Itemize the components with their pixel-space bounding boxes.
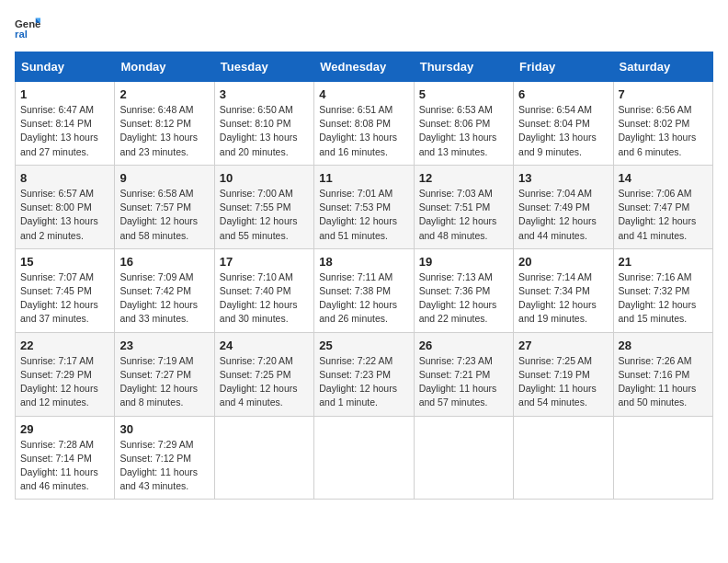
calendar-cell: 22Sunrise: 7:17 AM Sunset: 7:29 PM Dayli… [16,332,115,416]
day-info: Sunrise: 6:57 AM Sunset: 8:00 PM Dayligh… [20,187,109,243]
calendar-cell: 16Sunrise: 7:09 AM Sunset: 7:42 PM Dayli… [115,248,214,332]
day-number: 1 [20,87,109,101]
day-info: Sunrise: 6:48 AM Sunset: 8:12 PM Dayligh… [119,103,209,159]
col-header-wednesday: Wednesday [314,52,414,82]
week-row-5: 29Sunrise: 7:28 AM Sunset: 7:14 PM Dayli… [16,416,713,500]
day-number: 26 [419,339,508,352]
day-number: 27 [518,339,608,352]
day-number: 16 [119,255,209,269]
day-info: Sunrise: 7:06 AM Sunset: 7:47 PM Dayligh… [619,187,708,243]
day-info: Sunrise: 6:53 AM Sunset: 8:06 PM Dayligh… [419,103,508,159]
calendar-cell [314,416,414,500]
week-row-3: 15Sunrise: 7:07 AM Sunset: 7:45 PM Dayli… [16,248,713,332]
day-info: Sunrise: 6:47 AM Sunset: 8:14 PM Dayligh… [20,103,109,159]
day-number: 3 [220,87,309,101]
day-info: Sunrise: 7:09 AM Sunset: 7:42 PM Dayligh… [119,270,209,327]
calendar-cell: 13Sunrise: 7:04 AM Sunset: 7:49 PM Dayli… [514,165,613,248]
calendar-cell: 18Sunrise: 7:11 AM Sunset: 7:38 PM Dayli… [314,248,414,332]
calendar-table: SundayMondayTuesdayWednesdayThursdayFrid… [15,52,713,500]
day-info: Sunrise: 7:25 AM Sunset: 7:19 PM Dayligh… [518,354,608,410]
day-number: 10 [220,171,309,185]
day-info: Sunrise: 7:17 AM Sunset: 7:29 PM Dayligh… [20,354,109,410]
calendar-cell: 29Sunrise: 7:28 AM Sunset: 7:14 PM Dayli… [16,416,115,500]
day-info: Sunrise: 6:54 AM Sunset: 8:04 PM Dayligh… [518,103,608,159]
calendar-cell: 20Sunrise: 7:14 AM Sunset: 7:34 PM Dayli… [514,248,613,332]
day-number: 4 [319,87,408,101]
week-row-2: 8Sunrise: 6:57 AM Sunset: 8:00 PM Daylig… [16,165,713,248]
calendar-cell: 1Sunrise: 6:47 AM Sunset: 8:14 PM Daylig… [16,82,115,166]
day-number: 23 [119,339,209,352]
column-header-row: SundayMondayTuesdayWednesdayThursdayFrid… [16,52,713,82]
calendar-cell: 21Sunrise: 7:16 AM Sunset: 7:32 PM Dayli… [613,248,712,332]
calendar-cell: 28Sunrise: 7:26 AM Sunset: 7:16 PM Dayli… [613,332,712,416]
day-info: Sunrise: 7:28 AM Sunset: 7:14 PM Dayligh… [20,438,109,494]
calendar-cell: 24Sunrise: 7:20 AM Sunset: 7:25 PM Dayli… [214,332,313,416]
calendar-cell: 9Sunrise: 6:58 AM Sunset: 7:57 PM Daylig… [115,165,214,248]
calendar-cell: 2Sunrise: 6:48 AM Sunset: 8:12 PM Daylig… [115,82,214,166]
day-info: Sunrise: 7:03 AM Sunset: 7:51 PM Dayligh… [419,187,508,243]
day-info: Sunrise: 7:16 AM Sunset: 7:32 PM Dayligh… [619,270,708,327]
day-info: Sunrise: 6:58 AM Sunset: 7:57 PM Dayligh… [119,187,209,243]
day-number: 14 [619,171,708,185]
day-info: Sunrise: 7:26 AM Sunset: 7:16 PM Dayligh… [619,354,708,410]
day-number: 6 [518,87,608,101]
day-info: Sunrise: 7:23 AM Sunset: 7:21 PM Dayligh… [419,354,508,410]
calendar-cell: 6Sunrise: 6:54 AM Sunset: 8:04 PM Daylig… [514,82,613,166]
day-number: 11 [319,171,408,185]
calendar-cell: 3Sunrise: 6:50 AM Sunset: 8:10 PM Daylig… [214,82,313,166]
calendar-cell: 15Sunrise: 7:07 AM Sunset: 7:45 PM Dayli… [16,248,115,332]
day-info: Sunrise: 7:29 AM Sunset: 7:12 PM Dayligh… [119,438,209,494]
day-number: 21 [619,255,708,269]
col-header-sunday: Sunday [16,52,115,82]
logo: Gene ral [15,15,44,40]
week-row-1: 1Sunrise: 6:47 AM Sunset: 8:14 PM Daylig… [16,82,713,166]
day-info: Sunrise: 7:04 AM Sunset: 7:49 PM Dayligh… [518,187,608,243]
day-info: Sunrise: 7:11 AM Sunset: 7:38 PM Dayligh… [319,270,408,327]
day-number: 20 [518,255,608,269]
calendar-cell: 30Sunrise: 7:29 AM Sunset: 7:12 PM Dayli… [115,416,214,500]
day-number: 25 [319,339,408,352]
day-number: 22 [20,339,109,352]
day-number: 30 [119,422,209,436]
day-number: 7 [619,87,708,101]
calendar-cell: 5Sunrise: 6:53 AM Sunset: 8:06 PM Daylig… [414,82,513,166]
day-number: 24 [220,339,309,352]
day-number: 2 [119,87,209,101]
day-number: 29 [20,422,109,436]
calendar-cell: 11Sunrise: 7:01 AM Sunset: 7:53 PM Dayli… [314,165,414,248]
day-info: Sunrise: 7:07 AM Sunset: 7:45 PM Dayligh… [20,270,109,327]
day-info: Sunrise: 7:14 AM Sunset: 7:34 PM Dayligh… [518,270,608,327]
calendar-cell: 17Sunrise: 7:10 AM Sunset: 7:40 PM Dayli… [214,248,313,332]
col-header-friday: Friday [514,52,613,82]
day-number: 28 [619,339,708,352]
calendar-cell: 4Sunrise: 6:51 AM Sunset: 8:08 PM Daylig… [314,82,414,166]
col-header-monday: Monday [115,52,214,82]
calendar-cell: 14Sunrise: 7:06 AM Sunset: 7:47 PM Dayli… [613,165,712,248]
day-number: 15 [20,255,109,269]
day-number: 19 [419,255,508,269]
day-info: Sunrise: 6:50 AM Sunset: 8:10 PM Dayligh… [220,103,309,159]
day-number: 9 [119,171,209,185]
day-info: Sunrise: 7:20 AM Sunset: 7:25 PM Dayligh… [220,354,309,410]
day-info: Sunrise: 7:19 AM Sunset: 7:27 PM Dayligh… [119,354,209,410]
calendar-cell: 27Sunrise: 7:25 AM Sunset: 7:19 PM Dayli… [514,332,613,416]
calendar-cell: 23Sunrise: 7:19 AM Sunset: 7:27 PM Dayli… [115,332,214,416]
calendar-cell: 8Sunrise: 6:57 AM Sunset: 8:00 PM Daylig… [16,165,115,248]
svg-text:ral: ral [15,29,28,40]
day-number: 12 [419,171,508,185]
calendar-cell [414,416,513,500]
day-info: Sunrise: 6:51 AM Sunset: 8:08 PM Dayligh… [319,103,408,159]
calendar-cell: 12Sunrise: 7:03 AM Sunset: 7:51 PM Dayli… [414,165,513,248]
week-row-4: 22Sunrise: 7:17 AM Sunset: 7:29 PM Dayli… [16,332,713,416]
calendar-cell: 26Sunrise: 7:23 AM Sunset: 7:21 PM Dayli… [414,332,513,416]
col-header-tuesday: Tuesday [214,52,313,82]
day-info: Sunrise: 6:56 AM Sunset: 8:02 PM Dayligh… [619,103,708,159]
calendar-cell [613,416,712,500]
day-number: 18 [319,255,408,269]
page-header: Gene ral [15,15,713,40]
day-number: 13 [518,171,608,185]
col-header-thursday: Thursday [414,52,513,82]
day-info: Sunrise: 7:13 AM Sunset: 7:36 PM Dayligh… [419,270,508,327]
calendar-cell: 10Sunrise: 7:00 AM Sunset: 7:55 PM Dayli… [214,165,313,248]
calendar-cell [214,416,313,500]
